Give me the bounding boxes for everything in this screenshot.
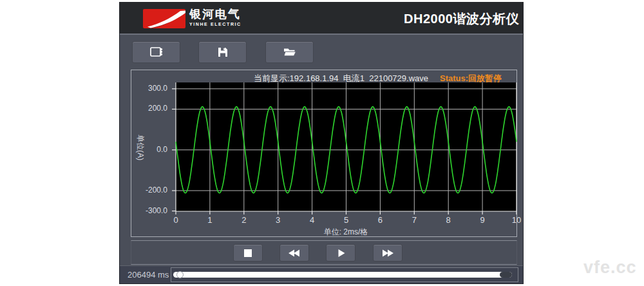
- open-folder-icon: [282, 46, 298, 59]
- brand-logo: [143, 9, 185, 28]
- x-tick-label: 10: [508, 215, 525, 225]
- stop-button[interactable]: [233, 244, 263, 262]
- x-tick-label: 2: [236, 215, 252, 225]
- brand-text: 银河电气 YINHE ELECTRIC: [189, 7, 242, 27]
- play-button[interactable]: [326, 244, 355, 262]
- playback-slider[interactable]: [171, 267, 518, 282]
- waveform-panel: 当前显示:192.168.1.94_电流1_22100729.wave Stat…: [131, 70, 517, 237]
- toolbar-divider: [120, 33, 523, 35]
- x-tick-label: 9: [474, 215, 491, 225]
- waveform-chart: [171, 82, 522, 215]
- save-button[interactable]: [198, 41, 247, 63]
- status-value: 回放暂停: [468, 73, 502, 83]
- slider-thumb[interactable]: [176, 271, 184, 278]
- y-tick-label: 0.0: [131, 145, 167, 154]
- slider-end-cap: [500, 272, 512, 278]
- brand-name-cn: 银河电气: [189, 7, 242, 21]
- app-window: 银河电气 YINHE ELECTRIC DH2000谐波分析仪: [119, 2, 524, 284]
- x-axis-unit-label: 单位: 2ms/格: [294, 227, 397, 238]
- connect-device-button[interactable]: [132, 41, 180, 63]
- y-tick-label: 200.0: [131, 104, 167, 113]
- y-tick-label: -300.0: [131, 206, 167, 215]
- app-title: DH2000谐波分析仪: [404, 10, 519, 28]
- save-icon: [216, 46, 229, 59]
- y-tick-label: 300.0: [131, 84, 167, 93]
- x-tick-label: 4: [304, 215, 321, 225]
- desktop: 银河电气 YINHE ELECTRIC DH2000谐波分析仪: [0, 0, 644, 286]
- x-tick-label: 7: [406, 215, 422, 225]
- fast-forward-button[interactable]: [373, 244, 402, 262]
- status-bar: 206494 ms: [120, 265, 523, 283]
- x-tick-label: 6: [372, 215, 388, 225]
- x-tick-label: 5: [338, 215, 355, 225]
- fast-forward-icon: [380, 247, 395, 260]
- rewind-icon: [287, 247, 302, 260]
- x-tick-label: 0: [167, 215, 184, 225]
- waveform-plot: [171, 82, 522, 215]
- playback-bar: [131, 240, 517, 265]
- x-tick-label: 1: [202, 215, 218, 225]
- x-tick-label: 3: [270, 215, 287, 225]
- stop-icon: [242, 247, 254, 260]
- app-header: 银河电气 YINHE ELECTRIC DH2000谐波分析仪: [120, 3, 523, 33]
- rewind-button[interactable]: [279, 244, 309, 262]
- open-file-button[interactable]: [265, 41, 314, 63]
- status-label: Status:: [440, 73, 468, 83]
- y-tick-label: -200.0: [131, 186, 167, 195]
- x-tick-label: 8: [440, 215, 457, 225]
- device-icon: [148, 46, 165, 59]
- watermark: vfe.cc: [583, 258, 637, 278]
- play-icon: [334, 247, 347, 260]
- elapsed-time-label: 206494 ms: [128, 270, 169, 280]
- brand-name-en: YINHE ELECTRIC: [189, 21, 242, 27]
- slider-track[interactable]: [173, 272, 512, 278]
